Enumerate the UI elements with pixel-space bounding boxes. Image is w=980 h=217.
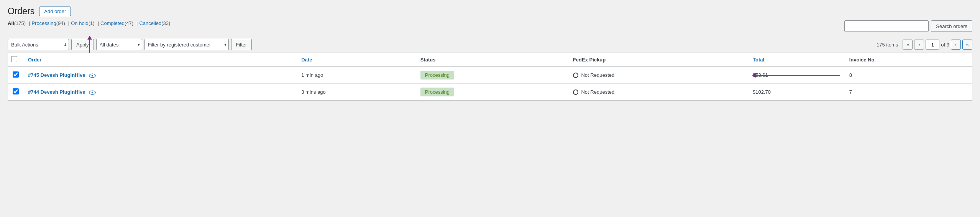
table-row: #744 Devesh PluginHive 3 mins ago Proces… [8,84,972,101]
row2-check-cell [8,84,24,101]
filter-cancelled-link[interactable]: Cancelled [139,20,161,26]
filter-completed-count: (47) [125,20,133,26]
row1-invoice-cell: 8 [845,67,972,84]
page-wrap: Orders Add order All (175) | Processing … [0,0,980,107]
tablenav-container: Bulk Actions Apply All dates Filter by r… [8,36,972,53]
row1-eye-icon [89,73,96,78]
bulk-actions-wrapper: Bulk Actions [8,39,69,50]
filter-onhold-count: (1) [89,20,95,26]
date-sort-link[interactable]: Date [301,57,312,63]
all-dates-wrapper: All dates [96,39,142,50]
status-filter-nav: All (175) | Processing (94) | On hold (1… [8,20,172,26]
row2-status-badge: Processing [420,88,454,96]
table-container: Order Date Status FedEx Pickup Total Inv… [8,53,972,101]
row1-checkbox[interactable] [13,71,19,78]
bulk-actions-select[interactable]: Bulk Actions [8,39,69,50]
row1-fedex-cell: Not Requested [568,67,748,84]
row1-status-badge: Processing [420,71,454,80]
items-count: 175 items [877,42,898,48]
sep2: | [68,20,69,26]
row2-total-cell: $102.70 [748,84,845,101]
row2-date-cell: 3 mins ago [297,84,416,101]
row1-check-cell [8,67,24,84]
orders-table: Order Date Status FedEx Pickup Total Inv… [8,53,972,101]
filter-processing-count: (94) [56,20,65,26]
search-orders-button[interactable]: Search orders [931,20,972,32]
order-sort-link[interactable]: Order [28,57,41,63]
search-input[interactable] [844,20,929,32]
apply-button[interactable]: Apply [71,39,94,50]
table-row: #745 Devesh PluginHive 1 min ago Process… [8,67,972,84]
page-title: Orders [8,6,34,17]
row1-order-cell: #745 Devesh PluginHive [23,67,297,84]
next-page-button[interactable]: › [951,40,961,50]
row2-order-link[interactable]: #744 Devesh PluginHive [28,89,85,95]
filter-completed-link[interactable]: Completed [100,20,125,26]
top-controls: All (175) | Processing (94) | On hold (1… [8,20,972,35]
tablenav-top: Bulk Actions Apply All dates Filter by r… [8,36,972,53]
add-order-button[interactable]: Add order [39,7,71,16]
col-check-header [8,53,24,67]
filter-button[interactable]: Filter [231,39,252,50]
row2-fedex-cell: Not Requested [568,84,748,101]
col-fedex-header: FedEx Pickup [568,53,748,67]
row2-status-cell: Processing [416,84,568,101]
search-orders-row: Search orders [844,20,972,32]
filter-all-count: (175) [14,20,26,26]
last-page-button[interactable]: » [962,40,972,50]
customer-filter-select[interactable]: Filter by registered customer [144,39,229,50]
sep4: | [136,20,138,26]
svg-point-1 [92,75,94,76]
page-of-text: of 9 [941,42,949,48]
prev-page-button[interactable]: ‹ [914,40,924,50]
col-order-header: Order [23,53,297,67]
row1-order-link[interactable]: #745 Devesh PluginHive [28,72,85,78]
tablenav-left: Bulk Actions Apply All dates Filter by r… [8,39,252,50]
row1-not-requested: Not Requested [581,72,614,78]
page-number-input[interactable] [926,40,939,50]
row1-status-cell: Processing [416,67,568,84]
total-sort-link[interactable]: Total [753,57,764,63]
customer-filter-wrapper: Filter by registered customer [144,39,229,50]
row1-date-cell: 1 min ago [297,67,416,84]
col-total-header: Total [748,53,845,67]
svg-point-3 [92,91,94,93]
filter-all-link[interactable]: All [8,20,14,26]
row2-order-cell: #744 Devesh PluginHive [23,84,297,101]
row2-invoice-cell: 7 [845,84,972,101]
row2-eye-icon [89,90,96,95]
row2-not-requested: Not Requested [581,89,614,95]
col-status-header: Status [416,53,568,67]
first-page-button[interactable]: « [903,40,913,50]
col-date-header: Date [297,53,416,67]
row2-checkbox[interactable] [13,88,19,94]
row1-fedex-circle [573,73,578,78]
filter-processing-link[interactable]: Processing [31,20,56,26]
sep3: | [98,20,99,26]
row2-fedex-circle [573,89,578,95]
page-title-row: Orders Add order [8,6,972,17]
select-all-checkbox[interactable] [11,56,17,62]
sep1: | [29,20,30,26]
all-dates-select[interactable]: All dates [96,39,142,50]
filter-onhold-link[interactable]: On hold [71,20,89,26]
col-invoice-header: Invoice No. [845,53,972,67]
filter-cancelled-count: (33) [161,20,170,26]
tablenav-right: 175 items « ‹ of 9 › » [877,40,972,50]
table-header-row: Order Date Status FedEx Pickup Total Inv… [8,53,972,67]
row1-total-cell: $53.61 [748,67,845,84]
